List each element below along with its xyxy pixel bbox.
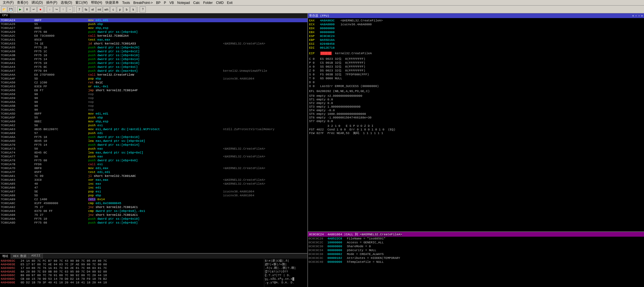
table-row[interactable]: 7C801A63 8B35 B812807C mov esi,dword ptr… <box>0 127 307 131</box>
menu-folder[interactable]: Folder <box>201 1 214 5</box>
toolbar-step-in[interactable]: ↓ <box>47 6 53 13</box>
table-row[interactable]: 7C801A33 74 1E jd short kernel32.7C801A5… <box>0 42 307 46</box>
menu-bp[interactable]: BP <box>154 1 162 5</box>
table-row[interactable]: 7C801A69 57 push edi <box>0 131 307 135</box>
table-row[interactable]: 7C801A26 55 push ebp <box>0 22 307 26</box>
table-row[interactable]: 7C801A56 EB F7 jmp short kernel32.7C801A… <box>0 88 307 92</box>
menu-vb[interactable]: VB <box>168 1 176 5</box>
menu-exit[interactable]: Exit <box>225 1 234 5</box>
nav-right[interactable]: › <box>638 14 640 18</box>
table-row[interactable]: 7C801A38 FF75 1C push dword ptr ss:[ebp+… <box>0 50 307 53</box>
toolbar-open[interactable]: 📂 <box>1 6 7 13</box>
table-row[interactable]: 7C801A4F 5D pop ebp icucnv36.4A801064 <box>0 77 307 81</box>
table-row[interactable]: 7C801A81 7C 09 jl short kernel32.7C801A8… <box>0 174 307 178</box>
toolbar-b[interactable]: b <box>124 6 130 13</box>
table-row[interactable]: 7C801A7D 8BF8 mov edi,eax <&KERNEL32.Cre… <box>0 166 307 170</box>
table-row[interactable]: 7C801A70 FF75 14 push dword ptr ss:[ebp+… <box>0 143 307 147</box>
table-row[interactable]: 7C801A2C E8 73C80000 call kernel32.7C80E… <box>0 34 307 38</box>
table-row[interactable]: 7C801A86 47 inc edi <box>0 186 307 190</box>
table-row[interactable]: 7C801A87 5E pop esi icucnv36.4A801064 <box>0 190 307 194</box>
table-row[interactable]: 7C801A59 90 nop <box>0 96 307 100</box>
menu-window[interactable]: 窗口(W) <box>74 0 89 5</box>
table-row[interactable]: 7C801A5F 55 push ebp <box>0 116 307 120</box>
tab-address[interactable]: 地址 <box>0 254 11 259</box>
toolbar-c[interactable]: c <box>110 6 116 13</box>
menu-calc[interactable]: Calc <box>191 1 201 5</box>
toolbar-step-out[interactable]: ↑ <box>60 6 66 13</box>
table-row[interactable]: 7C801A89 C2 1400 retn 0x14 <box>0 197 307 201</box>
disasm-area[interactable]: 7C801A24 8BFF mov edi,edi 7C801A26 55 pu… <box>0 18 307 254</box>
toolbar-run-to[interactable]: → <box>67 6 73 13</box>
table-row[interactable]: 7C801A85 40 inc eax <&KERNEL32.CreateFil… <box>0 182 307 186</box>
menu-plugin[interactable]: 插件(P) <box>45 0 59 5</box>
toolbar-step-over[interactable]: ↪ <box>53 6 60 13</box>
menu-shortcut[interactable]: 快捷菜单 <box>104 0 120 5</box>
toolbar-el[interactable]: el <box>90 6 96 13</box>
disasm-tab-cpu[interactable]: CPU <box>0 13 10 18</box>
table-row[interactable]: 7C801A53 83C8 FF or eax,-0x1 <box>0 85 307 88</box>
table-row[interactable]: 7C801A35 FF75 20 push dword ptr ss:[ebp+… <box>0 46 307 50</box>
table-row[interactable]: 7C801A31 85C0 test eax,eax <box>0 38 307 42</box>
tab-hex[interactable]: HEX 数据 <box>11 254 29 259</box>
table-row[interactable]: 7C801A44 FF75 0C push dword ptr ss:[ebp+… <box>0 65 307 69</box>
table-row[interactable]: 7C801A88 5D pop ebp icucnv36.4A801064 <box>0 194 307 197</box>
nav-left-left[interactable]: « <box>632 14 634 18</box>
table-row[interactable]: 7C801A73 50 push eax <&KERNEL32.CreateFi… <box>0 147 307 151</box>
table-row[interactable]: 7C801A98 75 27 jnz short kernel32.7C801A… <box>0 213 307 217</box>
toolbar-7[interactable]: 7 <box>76 6 82 13</box>
table-row[interactable]: 7C801A60 8BEC mov ebp,esp <box>0 120 307 123</box>
table-row[interactable]: 7C801A5A 90 nop <box>0 100 307 104</box>
table-row[interactable]: 7C801A5C 90 nop <box>0 108 307 112</box>
toolbar-run[interactable]: ▶ <box>17 6 23 13</box>
table-row[interactable]: 7C801A9D FF75 08 push dword ptr ss:[ebp+… <box>0 221 307 225</box>
table-row[interactable]: 7C801A6D 8D45 10 lea eax,dword ptr ss:[e… <box>0 139 307 143</box>
table-row[interactable]: 7C801A78 FF75 08 push dword ptr ss:[ebp+… <box>0 159 307 162</box>
table-row[interactable]: 7C801A47 FF70 04 push dword ptr ds:[eax+… <box>0 69 307 73</box>
table-row[interactable]: 7C801A4A E8 27EF0000 call kernel32.Creat… <box>0 73 307 77</box>
nav-left[interactable]: ‹ <box>635 14 637 18</box>
table-row[interactable]: 7C801A74 8D45 0C lea eax,dword ptr ss:[e… <box>0 151 307 155</box>
menu-breakpoint[interactable]: BreakPoint-> <box>132 1 154 5</box>
table-row[interactable]: 7C801A8C 81FF 45000000 cmp edi,0xC000004… <box>0 201 307 205</box>
menu-help[interactable]: 帮助(H) <box>89 0 104 5</box>
menu-p[interactable]: P <box>162 1 168 5</box>
table-row[interactable]: 7C801A41 FF75 10 push dword ptr ss:[ebp+… <box>0 61 307 65</box>
toolbar-wh[interactable]: wh <box>103 6 110 13</box>
table-row[interactable]: 7C801A7B FFD6 call esi <box>0 162 307 166</box>
table-row[interactable]: 7C801A94 837D 08 FF cmp dword ptr ss:[eb… <box>0 209 307 213</box>
table-row[interactable]: 7C801A3B FF75 18 push dword ptr ss:[ebp+… <box>0 53 307 57</box>
menu-file[interactable]: 文件(F) <box>1 0 15 5</box>
table-row[interactable]: 7C801A77 50 push eax <&KERNEL32.CreateFi… <box>0 155 307 159</box>
table-row[interactable]: 7C801A5B 90 nop <box>0 104 307 108</box>
table-row[interactable]: 7C801A7F 85FF test edi,edi <box>0 170 307 174</box>
table-row[interactable]: 7C801A24 8BFF mov edi,edi <box>0 18 307 22</box>
table-row[interactable]: 7C801A83 33C0 xor eax,eax <&KERNEL32.Cre… <box>0 178 307 182</box>
table-row[interactable]: 7C801A27 8BEC mov ebp,esp <box>0 26 307 30</box>
menu-debug[interactable]: 调试(D) <box>30 0 45 5</box>
table-row[interactable]: 7C801A5D 8BFF mov edi,edi <box>0 112 307 116</box>
menu-cmd[interactable]: CMD <box>214 1 225 5</box>
toolbar-pause[interactable]: ⏸ <box>24 6 30 13</box>
toolbar-p2[interactable]: p <box>117 6 123 13</box>
toolbar-fa[interactable]: fa <box>83 6 89 13</box>
table-row[interactable]: 7C801A9A FF75 10 push dword ptr ss:[ebp+… <box>0 217 307 221</box>
toolbar-question[interactable]: ? <box>140 6 146 13</box>
toolbar-mt[interactable]: mt <box>96 6 102 13</box>
toolbar-k[interactable]: k <box>130 6 136 13</box>
menu-options[interactable]: 选项(O) <box>59 0 74 5</box>
menu-view[interactable]: 查看(V) <box>15 0 30 5</box>
table-row[interactable]: 7C801A62 56 push esi <box>0 123 307 127</box>
tab-ascii[interactable]: ASCII <box>29 254 43 259</box>
table-row[interactable]: 7C801A50 C2 1C00 ret 0x1C <box>0 81 307 85</box>
toolbar-save[interactable]: 💾 <box>8 6 14 13</box>
table-row[interactable]: 7C801A58 90 nop <box>0 92 307 96</box>
toolbar-stop[interactable]: ■ <box>37 6 43 13</box>
nav-right-right[interactable]: » <box>641 14 643 18</box>
table-row[interactable]: 7C801A92 75 27 jnz short kernel32.7C801A… <box>0 205 307 209</box>
menu-notepad[interactable]: Notepad <box>176 1 191 5</box>
table-row[interactable]: 7C801A29 FF75 08 push dword ptr ss:[ebp+… <box>0 30 307 34</box>
toolbar-restart[interactable]: ↩ <box>31 6 37 13</box>
menu-tools[interactable]: Tools <box>120 1 132 5</box>
table-row[interactable]: 7C801A3E FF75 14 push dword ptr ss:[ebp+… <box>0 57 307 61</box>
table-row[interactable]: 7C801A6A FF75 18 push dword ptr ss:[ebp+… <box>0 135 307 139</box>
